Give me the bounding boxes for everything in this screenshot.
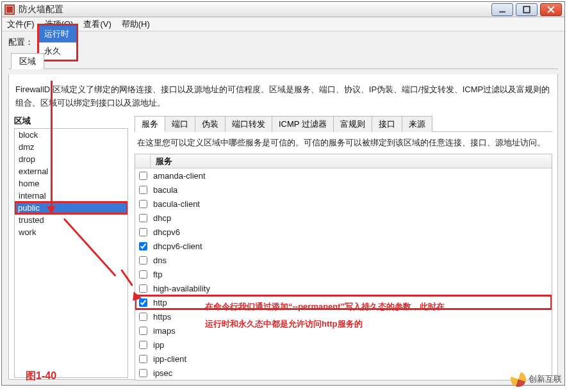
service-checkbox-bacula-client[interactable]: [139, 200, 147, 208]
service-name: ipsec: [151, 368, 172, 378]
config-option-permanent[interactable]: 永久: [39, 42, 76, 60]
service-row-ipp-client[interactable]: ipp-client: [135, 352, 552, 366]
service-checkbox-dns[interactable]: [139, 256, 147, 265]
svc-tab[interactable]: 服务: [135, 116, 165, 132]
service-checkbox-ipsec[interactable]: [139, 369, 147, 377]
app-icon: [4, 4, 15, 15]
service-row-ipsec[interactable]: ipsec: [135, 366, 552, 380]
annotation-arrow-1: [51, 81, 53, 209]
service-name: dhcp: [151, 213, 171, 223]
minimize-button[interactable]: [491, 3, 513, 16]
service-checkbox-high-availability[interactable]: [139, 284, 147, 293]
service-description: 在这里您可以定义区域中哪些服务是可信的。可信的服务可以被绑定到该区域的任意连接、…: [137, 137, 550, 149]
menu-view[interactable]: 查看(V): [83, 19, 111, 30]
service-panel: 服务端口伪装端口转发ICMP 过滤器富规则接口来源 在这里您可以定义区域中哪些服…: [135, 115, 552, 378]
service-name: amanda-client: [151, 171, 206, 181]
service-row-bacula[interactable]: bacula: [135, 183, 552, 197]
service-name: ftp: [151, 270, 162, 279]
service-row-dhcpv6[interactable]: dhcpv6: [135, 225, 552, 239]
figure-label: 图1-40: [26, 370, 56, 383]
tab-zones[interactable]: 区域: [11, 53, 44, 69]
service-row-high-availability[interactable]: high-availability: [135, 281, 552, 295]
service-row-dhcp[interactable]: dhcp: [135, 211, 552, 225]
zones-description: FirewallD 区域定义了绑定的网络连接、接口以及源地址的可信程度。区域是服…: [15, 83, 551, 110]
service-row-bacula-client[interactable]: bacula-client: [135, 197, 552, 211]
service-name: https: [151, 312, 171, 322]
menu-file[interactable]: 文件(F): [7, 19, 35, 30]
maximize-button[interactable]: [516, 3, 538, 16]
service-checkbox-https[interactable]: [139, 313, 147, 321]
service-checkbox-dhcp[interactable]: [139, 214, 147, 222]
config-option-runtime[interactable]: 运行时: [39, 26, 76, 42]
watermark: 创新互联: [511, 372, 562, 387]
service-checkbox-dhcpv6-client[interactable]: [139, 242, 147, 250]
zone-list[interactable]: blockdmzdropexternalhomeinternalpublictr…: [14, 128, 128, 378]
svc-tab[interactable]: 端口转发: [225, 116, 272, 132]
zone-item-trusted[interactable]: trusted: [15, 214, 127, 226]
service-name: dns: [151, 256, 167, 265]
annotation-arrowhead-1: [47, 206, 56, 214]
service-tabs: 服务端口伪装端口转发ICMP 过滤器富规则接口来源: [135, 115, 552, 132]
svc-tab[interactable]: ICMP 过滤器: [272, 116, 334, 132]
service-table-header: 服务: [135, 154, 552, 168]
menu-help[interactable]: 帮助(H): [122, 19, 150, 30]
zone-item-home[interactable]: home: [15, 177, 127, 190]
service-checkbox-amanda-client[interactable]: [139, 172, 147, 180]
service-table-body[interactable]: amanda-clientbaculabacula-clientdhcpdhcp…: [135, 168, 552, 380]
window-title: 防火墙配置: [19, 4, 491, 15]
svc-tab[interactable]: 接口: [372, 116, 402, 132]
zone-column: 区域 blockdmzdropexternalhomeinternalpubli…: [14, 115, 128, 378]
watermark-logo-icon: [511, 372, 526, 387]
service-checkbox-dhcpv6[interactable]: [139, 228, 147, 236]
svc-tab[interactable]: 端口: [165, 116, 195, 132]
service-table: 服务 amanda-clientbaculabacula-clientdhcpd…: [135, 154, 552, 380]
service-name: http: [151, 298, 167, 307]
zone-header: 区域: [14, 115, 128, 127]
service-name: bacula-client: [151, 199, 200, 209]
annotation-arrowhead-2: [131, 295, 135, 304]
close-button[interactable]: [540, 3, 562, 16]
header-service-col: 服务: [151, 156, 177, 167]
outer-panel: FirewallD 区域定义了绑定的网络连接、接口以及源地址的可信程度。区域是服…: [8, 74, 558, 380]
service-checkbox-imaps[interactable]: [139, 327, 147, 335]
columns: 区域 blockdmzdropexternalhomeinternalpubli…: [14, 115, 552, 378]
service-checkbox-ipp[interactable]: [139, 341, 147, 349]
zone-item-block[interactable]: block: [15, 129, 127, 141]
svg-rect-1: [523, 6, 530, 13]
service-name: high-availability: [151, 284, 210, 293]
service-row-ftp[interactable]: ftp: [135, 267, 552, 281]
service-name: ipp: [151, 340, 164, 350]
service-checkbox-ftp[interactable]: [139, 270, 147, 279]
zone-item-drop[interactable]: drop: [15, 153, 127, 165]
svc-tab[interactable]: 来源: [402, 116, 432, 132]
annotation-line2: 运行时和永久态中都是允许访问http服务的: [205, 319, 363, 329]
zone-item-dmz[interactable]: dmz: [15, 141, 127, 153]
annotation-text: 在命令行我们通过添加“--permanent”写入持久态的参数，此时在 运行时和…: [205, 297, 551, 332]
service-name: dhcpv6: [151, 227, 180, 237]
service-checkbox-ipp-client[interactable]: [139, 355, 147, 363]
service-name: dhcpv6-client: [151, 241, 202, 251]
service-name: ipp-client: [151, 354, 186, 364]
svc-tab[interactable]: 伪装: [195, 116, 226, 132]
zone-item-internal[interactable]: internal: [15, 190, 127, 202]
outer-tab-row: 区域: [8, 53, 558, 69]
watermark-text: 创新互联: [529, 373, 562, 385]
zone-item-public[interactable]: public: [14, 201, 128, 215]
service-row-dhcpv6-client[interactable]: dhcpv6-client: [135, 239, 552, 253]
service-name: imaps: [151, 326, 176, 336]
svc-tab[interactable]: 富规则: [333, 116, 372, 132]
service-name: bacula: [151, 185, 177, 195]
window-buttons: [491, 3, 562, 16]
zone-item-external[interactable]: external: [15, 165, 127, 177]
header-check-col: [135, 154, 151, 168]
menubar: 文件(F) 选项(O) 查看(V) 帮助(H): [2, 17, 564, 31]
service-row-amanda-client[interactable]: amanda-client: [135, 168, 552, 183]
service-checkbox-bacula[interactable]: [139, 186, 147, 194]
config-label: 配置：: [8, 37, 33, 48]
config-bar: 配置： 运行时 永久: [2, 31, 564, 53]
service-row-ipp[interactable]: ipp: [135, 338, 552, 352]
titlebar: 防火墙配置: [2, 2, 564, 17]
service-row-dns[interactable]: dns: [135, 253, 552, 267]
body-area: 区域 FirewallD 区域定义了绑定的网络连接、接口以及源地址的可信程度。区…: [2, 53, 564, 385]
annotation-line1: 在命令行我们通过添加“--permanent”写入持久态的参数，此时在: [205, 302, 445, 311]
